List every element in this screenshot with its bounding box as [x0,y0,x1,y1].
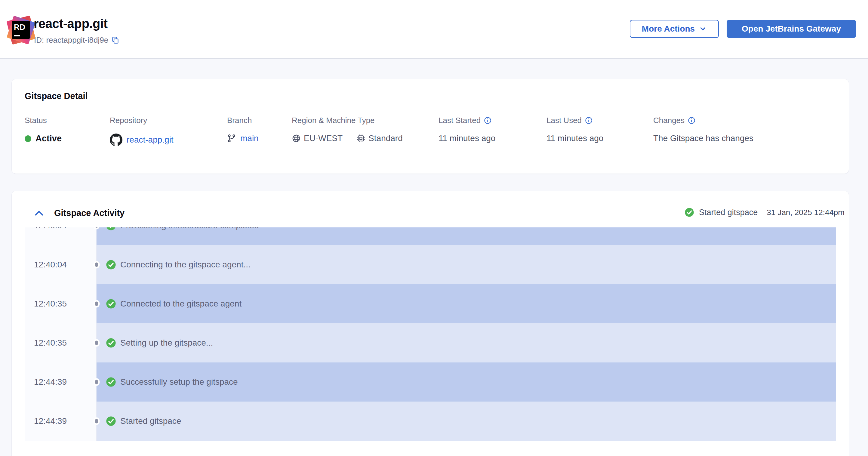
last-started-label: Last Started [438,116,480,125]
chevron-down-icon [699,25,707,33]
activity-row-time: 12:40:04 [25,245,97,284]
git-branch-icon [227,134,236,143]
gitspace-activity-card: Gitspace Activity Started gitspace 31 Ja… [12,191,849,456]
info-icon[interactable] [484,116,492,124]
more-actions-button[interactable]: More Actions [630,20,719,38]
status-value: Active [35,133,62,144]
collapse-chevron-up-icon[interactable] [34,209,44,218]
activity-row-time: 12:40:04 [25,227,97,245]
github-icon [110,133,122,146]
status-dot-icon [25,135,31,142]
last-used-value: 11 minutes ago [547,133,603,143]
field-branch: Branch main [227,116,259,143]
check-circle-icon [106,260,116,270]
activity-row-message: Started gitspace [120,416,181,426]
field-region-machine: Region & Machine Type EU-WEST Standard [292,116,403,143]
top-header: RD react-app.git ID: reactappgit-i8dj9e … [0,0,868,59]
detail-card-title: Gitspace Detail [25,91,88,101]
activity-row-message: Setting up the gitspace... [120,338,213,348]
info-icon[interactable] [687,116,696,124]
rider-logo-text: RD [14,23,26,32]
check-circle-icon [106,227,116,231]
copy-icon[interactable] [111,36,119,44]
activity-row-message: Provisioning infrastructure completed [120,227,259,231]
region-value: EU-WEST [304,133,343,143]
field-last-used: Last Used 11 minutes ago [547,116,603,143]
timeline-dot-icon [94,300,100,308]
activity-row: 12:40:04 Provisioning infrastructure com… [25,227,836,245]
activity-row-time: 12:40:35 [25,323,97,362]
activity-status: Started gitspace 31 Jan, 2025 12:44pm [685,208,844,217]
field-status: Status Active [25,116,62,144]
activity-row: 12:44:39 Started gitspace [25,401,836,440]
timeline-dot-icon [94,378,100,386]
activity-status-date: 31 Jan, 2025 12:44pm [767,208,844,217]
activity-row-message: Successfully setup the gitspace [120,377,238,387]
activity-row: 12:40:35 Connected to the gitspace agent [25,284,836,323]
gitspace-detail-card: Gitspace Detail Status Active Repository… [12,79,849,174]
repository-label: Repository [110,116,147,125]
last-used-label: Last Used [547,116,582,125]
activity-row: 12:40:35 Setting up the gitspace... [25,323,836,362]
activity-status-text: Started gitspace [699,208,757,217]
activity-row-message: Connected to the gitspace agent [120,299,242,309]
timeline-dot-icon [94,418,100,425]
open-jetbrains-gateway-button[interactable]: Open JetBrains Gateway [726,20,856,38]
field-changes: Changes The Gitspace has changes [653,116,753,143]
activity-row: 12:44:39 Successfully setup the gitspace [25,362,836,401]
info-icon[interactable] [585,116,593,124]
machine-type-value: Standard [368,133,403,143]
timeline-dot-icon [94,261,100,269]
activity-title: Gitspace Activity [54,208,125,218]
region-machine-label: Region & Machine Type [292,116,375,125]
rider-logo-plate: RD [12,21,30,39]
activity-row: 12:40:04 Connecting to the gitspace agen… [25,245,836,284]
field-last-started: Last Started 11 minutes ago [438,116,495,143]
check-circle-icon [106,299,116,309]
more-actions-label: More Actions [642,24,695,34]
activity-row-time: 12:44:39 [25,362,97,401]
activity-log[interactable]: 12:40:04 Provisioning infrastructure com… [25,227,836,440]
rider-logo-underscore [14,35,20,36]
activity-row-message: Connecting to the gitspace agent... [120,260,251,270]
cpu-chip-icon [356,134,365,143]
branch-label: Branch [227,116,252,125]
check-circle-icon [106,416,116,426]
changes-value: The Gitspace has changes [653,133,753,143]
repository-link[interactable]: react-app.git [127,135,174,145]
status-label: Status [25,116,47,125]
activity-row-time: 12:44:39 [25,401,97,440]
check-circle-icon [106,338,116,348]
branch-link[interactable]: main [240,133,259,143]
check-circle-icon [685,208,694,217]
rider-logo: RD [7,16,35,44]
page-title: react-app.git [34,17,108,31]
timeline-dot-icon [94,339,100,347]
field-repository: Repository react-app.git [110,116,174,146]
globe-icon [292,134,301,143]
activity-row-time: 12:40:35 [25,284,97,323]
last-started-value: 11 minutes ago [438,133,495,143]
gitspace-id: ID: reactappgit-i8dj9e [34,35,108,45]
changes-label: Changes [653,116,685,125]
check-circle-icon [106,377,116,387]
